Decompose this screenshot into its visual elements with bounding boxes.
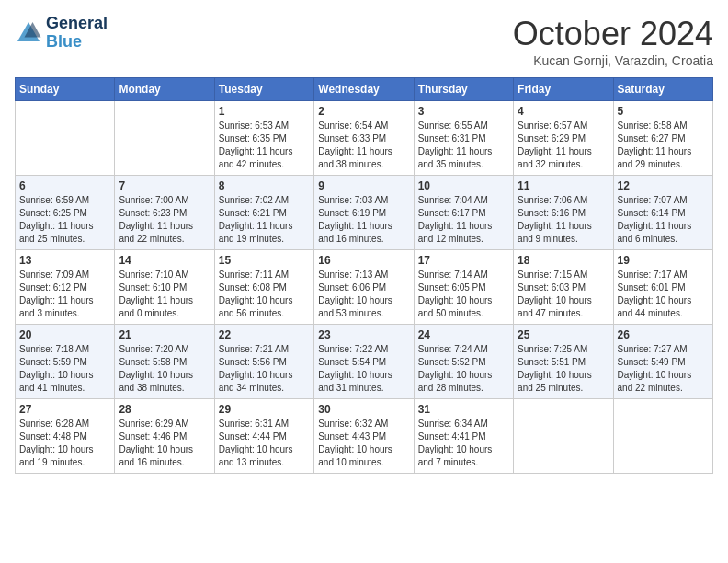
day-number: 22 bbox=[219, 328, 310, 341]
calendar-cell: 23Sunrise: 7:22 AM Sunset: 5:54 PM Dayli… bbox=[314, 325, 414, 399]
calendar-cell: 10Sunrise: 7:04 AM Sunset: 6:17 PM Dayli… bbox=[414, 176, 513, 250]
logo-line1: General bbox=[46, 15, 108, 33]
cell-content: Sunrise: 6:55 AM Sunset: 6:31 PM Dayligh… bbox=[418, 120, 509, 171]
cell-content: Sunrise: 7:27 AM Sunset: 5:49 PM Dayligh… bbox=[618, 343, 709, 395]
cell-content: Sunrise: 7:00 AM Sunset: 6:23 PM Dayligh… bbox=[119, 194, 210, 246]
week-row-2: 6Sunrise: 6:59 AM Sunset: 6:25 PM Daylig… bbox=[16, 176, 713, 250]
day-number: 8 bbox=[219, 179, 310, 192]
days-header-row: SundayMondayTuesdayWednesdayThursdayFrid… bbox=[16, 78, 713, 101]
calendar-cell: 13Sunrise: 7:09 AM Sunset: 6:12 PM Dayli… bbox=[16, 250, 115, 325]
cell-content: Sunrise: 7:25 AM Sunset: 5:51 PM Dayligh… bbox=[518, 343, 609, 395]
calendar-cell: 17Sunrise: 7:14 AM Sunset: 6:05 PM Dayli… bbox=[414, 250, 513, 325]
cell-content: Sunrise: 6:32 AM Sunset: 4:43 PM Dayligh… bbox=[318, 418, 409, 469]
calendar-cell: 26Sunrise: 7:27 AM Sunset: 5:49 PM Dayli… bbox=[613, 325, 712, 399]
logo-icon bbox=[15, 19, 42, 47]
cell-content: Sunrise: 7:04 AM Sunset: 6:17 PM Dayligh… bbox=[418, 194, 509, 246]
calendar-cell: 24Sunrise: 7:24 AM Sunset: 5:52 PM Dayli… bbox=[414, 325, 513, 399]
week-row-1: 1Sunrise: 6:53 AM Sunset: 6:35 PM Daylig… bbox=[16, 101, 713, 176]
calendar-cell bbox=[115, 101, 214, 176]
day-number: 9 bbox=[318, 179, 409, 192]
cell-content: Sunrise: 6:29 AM Sunset: 4:46 PM Dayligh… bbox=[119, 418, 210, 469]
cell-content: Sunrise: 6:53 AM Sunset: 6:35 PM Dayligh… bbox=[219, 120, 310, 171]
cell-content: Sunrise: 7:18 AM Sunset: 5:59 PM Dayligh… bbox=[19, 343, 110, 395]
calendar-cell: 14Sunrise: 7:10 AM Sunset: 6:10 PM Dayli… bbox=[115, 250, 214, 325]
day-number: 31 bbox=[418, 403, 509, 416]
day-number: 19 bbox=[618, 254, 709, 267]
calendar-cell bbox=[16, 101, 115, 176]
location: Kucan Gornji, Varazdin, Croatia bbox=[513, 53, 713, 68]
cell-content: Sunrise: 7:03 AM Sunset: 6:19 PM Dayligh… bbox=[318, 194, 409, 246]
cell-content: Sunrise: 6:28 AM Sunset: 4:48 PM Dayligh… bbox=[19, 418, 110, 469]
calendar-cell: 9Sunrise: 7:03 AM Sunset: 6:19 PM Daylig… bbox=[314, 176, 414, 250]
cell-content: Sunrise: 6:58 AM Sunset: 6:27 PM Dayligh… bbox=[618, 120, 709, 171]
week-row-3: 13Sunrise: 7:09 AM Sunset: 6:12 PM Dayli… bbox=[16, 250, 713, 325]
day-number: 4 bbox=[518, 105, 609, 118]
calendar-cell: 22Sunrise: 7:21 AM Sunset: 5:56 PM Dayli… bbox=[214, 325, 313, 399]
day-number: 10 bbox=[418, 179, 509, 192]
cell-content: Sunrise: 7:22 AM Sunset: 5:54 PM Dayligh… bbox=[318, 343, 409, 395]
cell-content: Sunrise: 6:54 AM Sunset: 6:33 PM Dayligh… bbox=[318, 120, 409, 171]
calendar-cell: 11Sunrise: 7:06 AM Sunset: 6:16 PM Dayli… bbox=[514, 176, 613, 250]
day-number: 23 bbox=[318, 328, 409, 341]
cell-content: Sunrise: 7:10 AM Sunset: 6:10 PM Dayligh… bbox=[119, 269, 210, 320]
cell-content: Sunrise: 7:20 AM Sunset: 5:58 PM Dayligh… bbox=[119, 343, 210, 395]
day-number: 3 bbox=[418, 105, 509, 118]
day-number: 20 bbox=[19, 328, 110, 341]
day-number: 24 bbox=[418, 328, 509, 341]
calendar-cell: 20Sunrise: 7:18 AM Sunset: 5:59 PM Dayli… bbox=[16, 325, 115, 399]
day-number: 1 bbox=[219, 105, 310, 118]
calendar-cell: 12Sunrise: 7:07 AM Sunset: 6:14 PM Dayli… bbox=[613, 176, 712, 250]
calendar-cell: 8Sunrise: 7:02 AM Sunset: 6:21 PM Daylig… bbox=[214, 176, 313, 250]
cell-content: Sunrise: 7:15 AM Sunset: 6:03 PM Dayligh… bbox=[518, 269, 609, 320]
day-number: 14 bbox=[119, 254, 210, 267]
day-header-wednesday: Wednesday bbox=[314, 78, 414, 101]
calendar-cell: 28Sunrise: 6:29 AM Sunset: 4:46 PM Dayli… bbox=[115, 399, 214, 474]
cell-content: Sunrise: 7:07 AM Sunset: 6:14 PM Dayligh… bbox=[618, 194, 709, 246]
page-header: General Blue October 2024 Kucan Gornji, … bbox=[15, 15, 713, 68]
day-number: 12 bbox=[618, 179, 709, 192]
day-header-sunday: Sunday bbox=[16, 78, 115, 101]
day-header-friday: Friday bbox=[514, 78, 613, 101]
title-area: October 2024 Kucan Gornji, Varazdin, Cro… bbox=[513, 15, 713, 68]
day-number: 11 bbox=[518, 179, 609, 192]
day-number: 25 bbox=[518, 328, 609, 341]
calendar-cell: 5Sunrise: 6:58 AM Sunset: 6:27 PM Daylig… bbox=[613, 101, 712, 176]
cell-content: Sunrise: 7:09 AM Sunset: 6:12 PM Dayligh… bbox=[19, 269, 110, 320]
cell-content: Sunrise: 7:02 AM Sunset: 6:21 PM Dayligh… bbox=[219, 194, 310, 246]
cell-content: Sunrise: 7:17 AM Sunset: 6:01 PM Dayligh… bbox=[618, 269, 709, 320]
calendar-cell: 27Sunrise: 6:28 AM Sunset: 4:48 PM Dayli… bbox=[16, 399, 115, 474]
calendar-cell: 1Sunrise: 6:53 AM Sunset: 6:35 PM Daylig… bbox=[214, 101, 313, 176]
cell-content: Sunrise: 7:11 AM Sunset: 6:08 PM Dayligh… bbox=[219, 269, 310, 320]
day-header-tuesday: Tuesday bbox=[214, 78, 313, 101]
day-number: 2 bbox=[318, 105, 409, 118]
cell-content: Sunrise: 7:14 AM Sunset: 6:05 PM Dayligh… bbox=[418, 269, 509, 320]
calendar-cell: 31Sunrise: 6:34 AM Sunset: 4:41 PM Dayli… bbox=[414, 399, 513, 474]
calendar-cell: 21Sunrise: 7:20 AM Sunset: 5:58 PM Dayli… bbox=[115, 325, 214, 399]
day-number: 7 bbox=[119, 179, 210, 192]
day-number: 15 bbox=[219, 254, 310, 267]
cell-content: Sunrise: 7:24 AM Sunset: 5:52 PM Dayligh… bbox=[418, 343, 509, 395]
day-number: 28 bbox=[119, 403, 210, 416]
month-title: October 2024 bbox=[513, 15, 713, 53]
cell-content: Sunrise: 7:13 AM Sunset: 6:06 PM Dayligh… bbox=[318, 269, 409, 320]
day-number: 29 bbox=[219, 403, 310, 416]
calendar-cell bbox=[613, 399, 712, 474]
cell-content: Sunrise: 6:31 AM Sunset: 4:44 PM Dayligh… bbox=[219, 418, 310, 469]
day-number: 30 bbox=[318, 403, 409, 416]
day-number: 13 bbox=[19, 254, 110, 267]
day-number: 21 bbox=[119, 328, 210, 341]
calendar-cell: 30Sunrise: 6:32 AM Sunset: 4:43 PM Dayli… bbox=[314, 399, 414, 474]
calendar-cell: 15Sunrise: 7:11 AM Sunset: 6:08 PM Dayli… bbox=[214, 250, 313, 325]
calendar-cell: 29Sunrise: 6:31 AM Sunset: 4:44 PM Dayli… bbox=[214, 399, 313, 474]
week-row-5: 27Sunrise: 6:28 AM Sunset: 4:48 PM Dayli… bbox=[16, 399, 713, 474]
cell-content: Sunrise: 6:34 AM Sunset: 4:41 PM Dayligh… bbox=[418, 418, 509, 469]
week-row-4: 20Sunrise: 7:18 AM Sunset: 5:59 PM Dayli… bbox=[16, 325, 713, 399]
calendar-cell: 4Sunrise: 6:57 AM Sunset: 6:29 PM Daylig… bbox=[514, 101, 613, 176]
day-number: 5 bbox=[618, 105, 709, 118]
calendar-cell: 16Sunrise: 7:13 AM Sunset: 6:06 PM Dayli… bbox=[314, 250, 414, 325]
logo: General Blue bbox=[15, 15, 108, 52]
calendar-cell: 6Sunrise: 6:59 AM Sunset: 6:25 PM Daylig… bbox=[16, 176, 115, 250]
calendar-cell bbox=[514, 399, 613, 474]
calendar-cell: 3Sunrise: 6:55 AM Sunset: 6:31 PM Daylig… bbox=[414, 101, 513, 176]
calendar-table: SundayMondayTuesdayWednesdayThursdayFrid… bbox=[15, 77, 713, 474]
